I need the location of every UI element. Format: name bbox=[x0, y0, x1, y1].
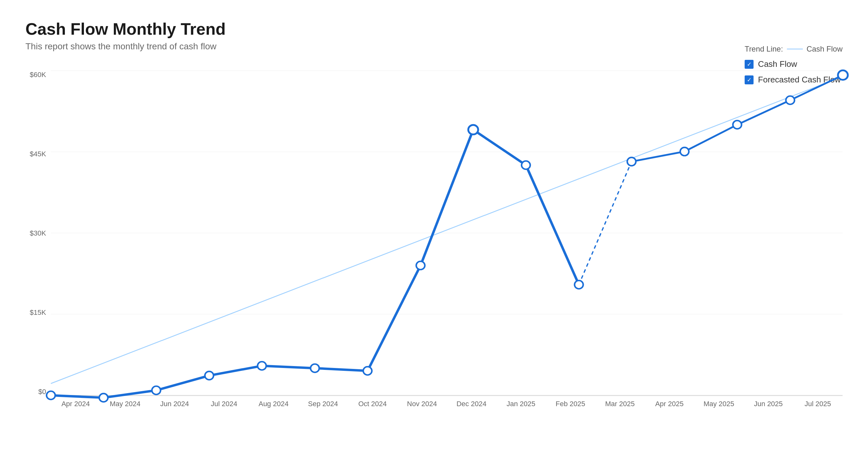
legend-item-cashflow[interactable]: ✓ Cash Flow bbox=[745, 59, 843, 69]
x-label-aug2024: Aug 2024 bbox=[249, 400, 299, 408]
datapoint-jan2025[interactable] bbox=[521, 161, 530, 169]
x-label-mar2025: Mar 2025 bbox=[595, 400, 645, 408]
y-axis: $60K $45K $30K $15K $0 bbox=[25, 71, 51, 396]
datapoint-jun2025[interactable] bbox=[786, 96, 795, 105]
chart-area: $60K $45K $30K $15K $0 bbox=[25, 71, 843, 415]
trend-line-dash-icon bbox=[787, 49, 803, 49]
x-label-jul2025: Jul 2025 bbox=[793, 400, 843, 408]
x-label-may2025: May 2025 bbox=[694, 400, 744, 408]
datapoint-aug2024[interactable] bbox=[257, 362, 266, 370]
x-label-sep2024: Sep 2024 bbox=[298, 400, 348, 408]
legend-checkbox-cashflow: ✓ bbox=[745, 60, 753, 69]
x-label-apr2024: Apr 2024 bbox=[51, 400, 100, 408]
x-axis: Apr 2024 May 2024 Jun 2024 Jul 2024 Aug … bbox=[51, 396, 843, 415]
x-label-oct2024: Oct 2024 bbox=[348, 400, 397, 408]
y-label-60k: $60K bbox=[30, 71, 46, 79]
plot-area bbox=[51, 71, 843, 396]
x-label-nov2024: Nov 2024 bbox=[397, 400, 447, 408]
chart-container: Cash Flow Monthly Trend This report show… bbox=[0, 0, 868, 459]
actual-cashflow-line bbox=[51, 130, 579, 398]
y-label-0: $0 bbox=[38, 388, 46, 396]
x-label-jan2025: Jan 2025 bbox=[496, 400, 546, 408]
datapoint-dec2024[interactable] bbox=[468, 125, 478, 135]
y-label-45k: $45K bbox=[30, 150, 46, 158]
trend-line-series-label: Cash Flow bbox=[807, 45, 843, 54]
datapoint-may2025[interactable] bbox=[733, 121, 741, 129]
trend-line-label: Trend Line: bbox=[745, 45, 783, 54]
forecasted-cashflow-line bbox=[631, 75, 843, 162]
x-label-jun2025: Jun 2025 bbox=[744, 400, 793, 408]
chart-subtitle: This report shows the monthly trend of c… bbox=[25, 41, 843, 52]
legend-label-cashflow: Cash Flow bbox=[758, 59, 797, 69]
svg-line-6 bbox=[579, 162, 632, 285]
datapoint-jun2024[interactable] bbox=[152, 386, 161, 395]
x-label-may2024: May 2024 bbox=[100, 400, 150, 408]
y-label-15k: $15K bbox=[30, 309, 46, 317]
datapoint-jul2025[interactable] bbox=[838, 70, 848, 80]
datapoint-nov2024[interactable] bbox=[416, 261, 425, 269]
svg-line-5 bbox=[51, 77, 843, 383]
datapoint-sep2024[interactable] bbox=[311, 364, 319, 372]
chart-svg bbox=[51, 71, 843, 395]
chart-title: Cash Flow Monthly Trend bbox=[25, 19, 843, 39]
y-label-30k: $30K bbox=[30, 229, 46, 237]
x-label-jul2024: Jul 2024 bbox=[199, 400, 249, 408]
x-label-feb2025: Feb 2025 bbox=[546, 400, 595, 408]
datapoint-feb2025[interactable] bbox=[575, 281, 583, 289]
x-label-dec2024: Dec 2024 bbox=[447, 400, 496, 408]
datapoint-jul2024[interactable] bbox=[205, 371, 213, 380]
trend-line-legend: Trend Line: Cash Flow bbox=[745, 45, 843, 54]
datapoint-oct2024[interactable] bbox=[363, 367, 372, 375]
datapoint-apr2025[interactable] bbox=[680, 147, 689, 156]
datapoint-mar2025[interactable] bbox=[627, 157, 636, 166]
x-label-apr2025: Apr 2025 bbox=[645, 400, 694, 408]
x-label-jun2024: Jun 2024 bbox=[150, 400, 199, 408]
